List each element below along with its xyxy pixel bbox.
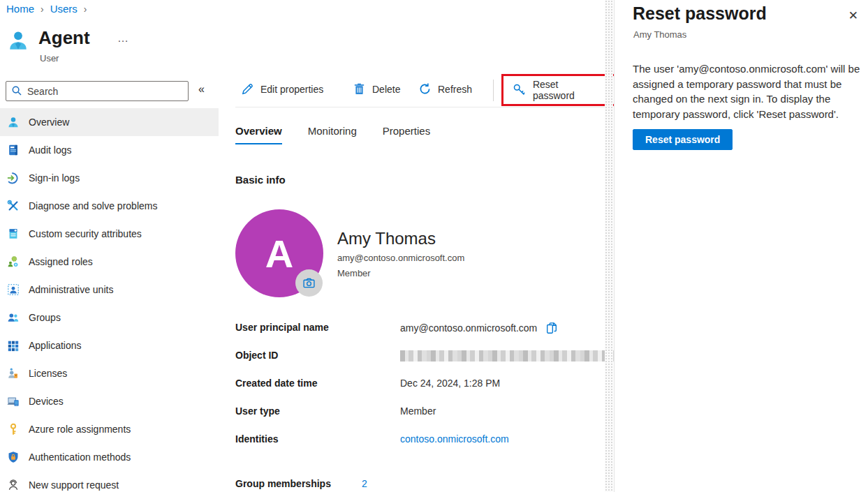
sidebar-nav: Overview Audit logs Sign-in logs Diagnos… xyxy=(0,108,219,492)
user-display-name: Amy Thomas xyxy=(337,229,436,248)
change-photo-button[interactable] xyxy=(295,269,323,297)
sidebar-item-label: Administrative units xyxy=(29,284,113,295)
group-memberships-link[interactable]: 2 xyxy=(362,478,367,489)
devices-icon xyxy=(7,395,20,408)
edit-icon xyxy=(241,82,254,96)
sidebar-item-label: Licenses xyxy=(29,368,67,379)
breadcrumb-home[interactable]: Home xyxy=(6,3,34,15)
field-value: amy@contoso.onmicrosoft.com xyxy=(400,322,537,334)
collapse-sidebar-button[interactable]: « xyxy=(198,83,205,96)
groups-icon xyxy=(7,311,20,324)
field-value: Dec 24, 2024, 1:28 PM xyxy=(400,378,500,389)
tab-monitoring[interactable]: Monitoring xyxy=(308,125,357,144)
sidebar-item-custom-security-attributes[interactable]: Custom security attributes xyxy=(0,220,219,248)
audit-logs-icon xyxy=(7,144,20,156)
sidebar-item-audit-logs[interactable]: Audit logs xyxy=(0,136,219,164)
chevron-right-icon: › xyxy=(84,3,87,15)
sidebar-item-label: New support request xyxy=(29,479,119,491)
user-membership: Member xyxy=(337,268,371,278)
delete-button[interactable]: Delete xyxy=(353,82,400,96)
group-memberships-label: Group memberships xyxy=(235,478,331,489)
sidebar-item-assigned-roles[interactable]: Assigned roles xyxy=(0,248,219,276)
sidebar-item-devices[interactable]: Devices xyxy=(0,387,219,415)
close-icon[interactable]: ✕ xyxy=(846,7,861,24)
copy-icon[interactable] xyxy=(545,322,558,334)
field-label: Object ID xyxy=(235,350,278,361)
delete-icon xyxy=(353,82,366,96)
edit-properties-button[interactable]: Edit properties xyxy=(241,82,323,96)
breadcrumb: Home › Users › xyxy=(6,3,87,15)
search-input[interactable] xyxy=(6,81,189,101)
sidebar-item-overview[interactable]: Overview xyxy=(0,108,219,136)
field-value: Member xyxy=(400,405,436,417)
sidebar-item-label: Custom security attributes xyxy=(29,228,142,239)
vertical-scrollbar[interactable] xyxy=(605,0,613,492)
sidebar-item-label: Diagnose and solve problems xyxy=(29,200,157,211)
assigned-roles-icon xyxy=(7,255,20,268)
field-label: Created date time xyxy=(235,378,317,389)
sidebar-item-groups[interactable]: Groups xyxy=(0,304,219,331)
sidebar-item-label: Sign-in logs xyxy=(29,172,80,184)
sidebar-item-label: Audit logs xyxy=(29,144,71,156)
reset-password-panel: Reset password ✕ Amy Thomas The user 'am… xyxy=(614,0,868,492)
sidebar-item-label: Azure role assignments xyxy=(29,424,131,435)
chevron-right-icon: › xyxy=(41,3,44,15)
sidebar-item-applications[interactable]: Applications xyxy=(0,331,219,359)
field-label: User type xyxy=(235,405,280,417)
field-row: User type Member xyxy=(235,405,613,419)
sidebar-item-label: Assigned roles xyxy=(29,256,93,267)
panel-title: Reset password xyxy=(633,3,767,24)
sidebar-item-label: Authentication methods xyxy=(29,452,131,463)
sidebar-item-authentication-methods[interactable]: Authentication methods xyxy=(0,443,219,471)
field-row: Object ID xyxy=(235,350,613,364)
licenses-icon xyxy=(7,367,20,380)
tab-overview[interactable]: Overview xyxy=(235,125,282,144)
panel-subtitle: Amy Thomas xyxy=(633,29,686,40)
button-label: Reset password xyxy=(533,79,603,101)
sidebar-search xyxy=(6,81,189,101)
diagnose-icon xyxy=(7,200,20,212)
avatar-initial: A xyxy=(265,231,293,276)
sidebar-item-label: Devices xyxy=(29,396,64,407)
command-bar: Edit properties Delete Refresh Reset pas… xyxy=(235,74,617,107)
support-person-icon xyxy=(7,479,20,491)
reset-password-confirm-button[interactable]: Reset password xyxy=(633,129,733,150)
sidebar-item-new-support-request[interactable]: New support request xyxy=(0,471,219,492)
reset-password-button[interactable]: Reset password xyxy=(501,74,617,106)
sidebar-item-sign-in-logs[interactable]: Sign-in logs xyxy=(0,164,219,192)
camera-icon xyxy=(302,276,316,290)
field-row: Created date time Dec 24, 2024, 1:28 PM xyxy=(235,378,613,392)
administrative-units-icon xyxy=(7,283,20,296)
sidebar-item-licenses[interactable]: Licenses xyxy=(0,359,219,387)
page-title: Agent xyxy=(38,27,90,49)
field-label: Identities xyxy=(235,433,278,445)
button-label: Edit properties xyxy=(260,84,323,95)
sidebar-item-label: Overview xyxy=(29,117,69,128)
applications-icon xyxy=(7,339,20,352)
sidebar-item-diagnose[interactable]: Diagnose and solve problems xyxy=(0,192,219,220)
sidebar-item-azure-role-assignments[interactable]: Azure role assignments xyxy=(0,415,219,443)
sidebar-item-label: Groups xyxy=(29,312,61,323)
identities-link[interactable]: contoso.onmicrosoft.com xyxy=(400,433,509,445)
user-icon xyxy=(7,116,20,128)
button-label: Refresh xyxy=(438,84,472,95)
more-options-icon[interactable]: … xyxy=(117,32,130,45)
sidebar-item-administrative-units[interactable]: Administrative units xyxy=(0,276,219,304)
custom-security-attributes-icon xyxy=(7,228,20,240)
button-label: Delete xyxy=(372,84,400,95)
user-email: amy@contoso.onmicrosoft.com xyxy=(337,253,464,263)
object-id-redacted-value xyxy=(400,350,614,361)
key-icon xyxy=(7,423,20,435)
field-row: User principal name amy@contoso.onmicros… xyxy=(235,322,613,336)
breadcrumb-users[interactable]: Users xyxy=(50,3,78,15)
refresh-button[interactable]: Refresh xyxy=(418,82,472,96)
search-icon xyxy=(11,85,22,96)
panel-description: The user 'amy@contoso.onmicrosoft.com' w… xyxy=(633,61,868,121)
sidebar-item-label: Applications xyxy=(29,340,82,351)
toolbar-divider xyxy=(493,80,494,101)
key-icon xyxy=(513,83,527,97)
tab-properties[interactable]: Properties xyxy=(383,125,430,144)
sign-in-logs-icon xyxy=(7,172,20,184)
refresh-icon xyxy=(418,82,432,96)
basic-info-heading: Basic info xyxy=(235,174,286,186)
